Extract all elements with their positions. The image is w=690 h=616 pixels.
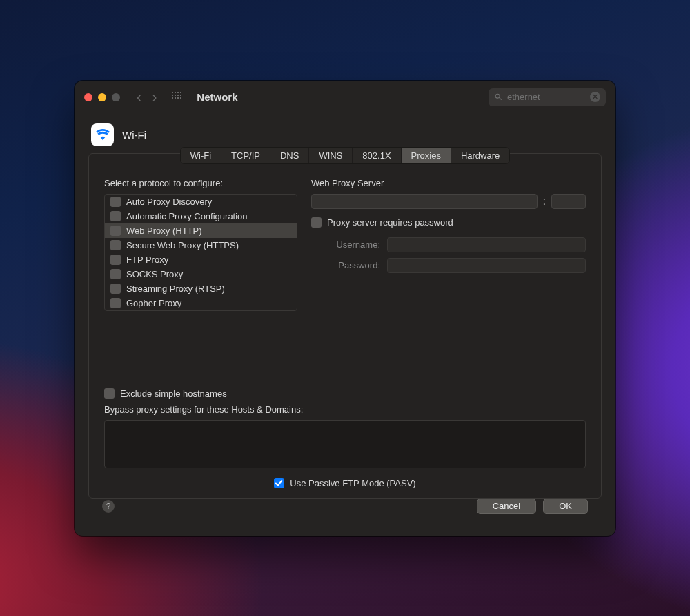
protocol-item-ftp-proxy[interactable]: FTP Proxy <box>105 252 297 267</box>
wifi-icon <box>91 123 114 146</box>
checkbox[interactable] <box>110 284 121 294</box>
bypass-hosts-textarea[interactable] <box>104 420 586 468</box>
protocol-label: Web Proxy (HTTP) <box>126 226 202 236</box>
protocol-item-auto-config[interactable]: Automatic Proxy Configuration <box>105 209 297 223</box>
nav-back-icon[interactable]: ‹ <box>134 89 144 105</box>
protocol-item-socks-proxy[interactable]: SOCKS Proxy <box>105 267 297 281</box>
tab-proxies[interactable]: Proxies <box>402 148 451 163</box>
protocol-item-secure-web-proxy[interactable]: Secure Web Proxy (HTTPS) <box>105 238 297 252</box>
protocol-select-label: Select a protocol to configure: <box>104 178 297 188</box>
username-label: Username: <box>311 239 380 250</box>
host-port-separator: : <box>543 195 546 208</box>
checkbox[interactable] <box>110 226 121 236</box>
proxy-port-input[interactable] <box>551 194 586 209</box>
interface-name: Wi-Fi <box>122 129 146 141</box>
checkbox[interactable] <box>110 255 121 265</box>
cancel-button[interactable]: Cancel <box>477 499 536 514</box>
traffic-lights <box>84 93 120 101</box>
nav-forward-icon: › <box>150 89 160 105</box>
protocol-item-web-proxy[interactable]: Web Proxy (HTTP) <box>105 223 297 238</box>
zoom-window-icon <box>112 93 120 101</box>
proxy-server-label: Web Proxy Server <box>311 178 586 188</box>
requires-password-label: Proxy server requires password <box>327 217 453 228</box>
close-window-icon[interactable] <box>84 93 92 101</box>
minimize-window-icon[interactable] <box>98 93 106 101</box>
password-input[interactable] <box>387 258 586 273</box>
checkbox[interactable] <box>110 269 121 279</box>
help-icon[interactable]: ? <box>102 500 115 513</box>
tab-tcpip[interactable]: TCP/IP <box>221 148 270 163</box>
clear-search-icon[interactable]: ✕ <box>590 92 600 102</box>
protocol-label: Automatic Proxy Configuration <box>126 211 248 221</box>
settings-panel: Wi-Fi TCP/IP DNS WINS 802.1X Proxies Har… <box>88 153 602 499</box>
exclude-hostnames-checkbox[interactable] <box>104 388 115 399</box>
protocol-label: Streaming Proxy (RTSP) <box>126 284 225 294</box>
protocol-label: Gopher Proxy <box>126 298 181 308</box>
protocol-item-gopher-proxy[interactable]: Gopher Proxy <box>105 296 297 310</box>
tab-wifi[interactable]: Wi-Fi <box>181 148 221 163</box>
protocol-item-streaming-proxy[interactable]: Streaming Proxy (RTSP) <box>105 281 297 296</box>
bypass-label: Bypass proxy settings for these Hosts & … <box>104 404 586 415</box>
tab-8021x[interactable]: 802.1X <box>353 148 401 163</box>
pasv-checkbox[interactable] <box>274 478 284 488</box>
tab-bar: Wi-Fi TCP/IP DNS WINS 802.1X Proxies Har… <box>180 147 511 164</box>
all-prefs-icon[interactable] <box>172 92 183 103</box>
requires-password-checkbox[interactable] <box>311 217 322 228</box>
protocol-list: Auto Proxy Discovery Automatic Proxy Con… <box>104 194 297 311</box>
pasv-label: Use Passive FTP Mode (PASV) <box>290 478 415 488</box>
protocol-label: Auto Proxy Discovery <box>126 197 212 207</box>
checkbox[interactable] <box>110 240 121 250</box>
protocol-label: Secure Web Proxy (HTTPS) <box>126 240 239 250</box>
tab-wins[interactable]: WINS <box>309 148 353 163</box>
checkbox[interactable] <box>110 211 121 221</box>
search-text: ethernet <box>507 92 540 102</box>
dialog-footer: ? Cancel OK <box>88 499 602 525</box>
search-icon <box>494 92 503 101</box>
protocol-label: SOCKS Proxy <box>126 269 183 279</box>
checkbox[interactable] <box>110 298 121 308</box>
password-label: Password: <box>311 260 380 270</box>
search-field[interactable]: ethernet ✕ <box>489 88 606 106</box>
ok-button[interactable]: OK <box>543 499 588 514</box>
interface-header: Wi-Fi <box>88 123 602 146</box>
checkbox[interactable] <box>110 197 121 207</box>
exclude-hostnames-label: Exclude simple hostnames <box>120 388 227 399</box>
proxy-host-input[interactable] <box>311 194 538 209</box>
window-title: Network <box>197 91 237 103</box>
exclude-hostnames-row[interactable]: Exclude simple hostnames <box>104 388 586 399</box>
tab-hardware[interactable]: Hardware <box>451 148 509 163</box>
pasv-row[interactable]: Use Passive FTP Mode (PASV) <box>104 478 586 488</box>
username-input[interactable] <box>387 237 586 252</box>
tab-dns[interactable]: DNS <box>270 148 309 163</box>
protocol-label: FTP Proxy <box>126 255 168 265</box>
requires-password-row[interactable]: Proxy server requires password <box>311 217 586 228</box>
protocol-item-auto-discovery[interactable]: Auto Proxy Discovery <box>105 195 297 209</box>
network-proxies-window: ‹ › Network ethernet ✕ Wi-Fi Wi-Fi TCP/I… <box>75 81 615 536</box>
titlebar: ‹ › Network ethernet ✕ <box>75 81 615 114</box>
